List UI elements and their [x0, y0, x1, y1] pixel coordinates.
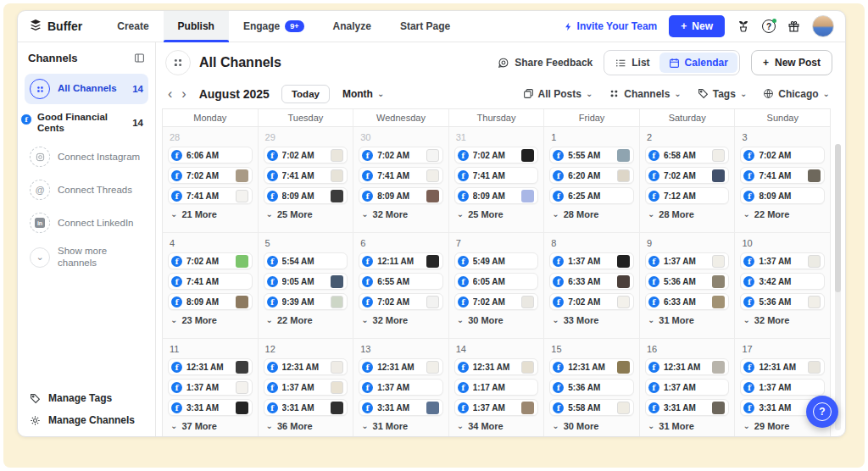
post-chip[interactable]: f 9:39 AM	[264, 293, 348, 310]
more-posts-link[interactable]: ⌄ 25 More	[457, 209, 539, 219]
post-chip[interactable]: f 8:09 AM	[359, 187, 443, 204]
sidebar-item-all-channels[interactable]: All Channels 14	[25, 74, 148, 104]
scrollbar-thumb[interactable]	[835, 144, 841, 292]
help-circle-icon[interactable]: ?	[762, 19, 776, 33]
day-cell-28[interactable]: 28 f 6:06 AM f 7:02 AM f 7:41 AM ⌄ 21 Mo…	[163, 127, 259, 232]
tab-create[interactable]: Create	[103, 11, 163, 42]
more-posts-link[interactable]: ⌄ 31 More	[648, 315, 730, 325]
post-chip[interactable]: f 12:11 AM	[359, 252, 443, 269]
prev-month-button[interactable]: ‹	[167, 87, 173, 101]
post-chip[interactable]: f 7:02 AM	[359, 147, 443, 163]
collapse-panel-icon[interactable]	[134, 53, 145, 64]
post-chip[interactable]: f 7:41 AM	[740, 167, 825, 184]
help-fab-button[interactable]: ?	[806, 396, 838, 428]
post-chip[interactable]: f 7:02 AM	[359, 293, 443, 310]
post-chip[interactable]: f 5:36 AM	[549, 379, 634, 396]
post-chip[interactable]: f 8:09 AM	[168, 293, 253, 310]
more-posts-link[interactable]: ⌄ 36 More	[266, 421, 348, 431]
more-posts-link[interactable]: ⌄ 30 More	[457, 315, 539, 325]
more-posts-link[interactable]: ⌄ 32 More	[361, 315, 443, 325]
more-posts-link[interactable]: ⌄ 31 More	[648, 421, 730, 431]
more-posts-link[interactable]: ⌄ 33 More	[552, 315, 634, 325]
day-cell-10[interactable]: 10 f 1:37 AM f 3:42 AM f 5:36 AM ⌄ 32 Mo…	[735, 233, 830, 338]
post-chip[interactable]: f 6:06 AM	[168, 147, 253, 163]
day-cell-3[interactable]: 3 f 7:02 AM f 7:41 AM f 8:09 AM ⌄ 22 Mor…	[735, 127, 830, 232]
post-chip[interactable]: f 3:31 AM	[645, 399, 730, 416]
post-chip[interactable]: f 12:31 AM	[645, 358, 730, 375]
post-chip[interactable]: f 12:31 AM	[740, 358, 825, 375]
day-cell-1[interactable]: 1 f 5:55 AM f 6:20 AM f 6:25 AM ⌄ 28 Mor…	[544, 127, 640, 232]
post-chip[interactable]: f 12:31 AM	[264, 358, 348, 375]
post-chip[interactable]: f 9:05 AM	[264, 273, 348, 290]
filter-tags[interactable]: Tags ⌄	[698, 88, 748, 100]
list-view-button[interactable]: List	[606, 53, 659, 73]
sidebar-item-good-financial-cents[interactable]: Good Financial Cents 14	[25, 107, 148, 139]
post-chip[interactable]: f 5:58 AM	[549, 399, 634, 416]
post-chip[interactable]: f 7:02 AM	[645, 167, 730, 184]
today-button[interactable]: Today	[281, 85, 330, 103]
more-posts-link[interactable]: ⌄ 22 More	[743, 209, 825, 219]
post-chip[interactable]: f 3:31 AM	[359, 399, 443, 416]
post-chip[interactable]: f 7:02 AM	[454, 293, 539, 310]
post-chip[interactable]: f 1:17 AM	[454, 379, 539, 396]
post-chip[interactable]: f 5:36 AM	[645, 273, 730, 290]
more-posts-link[interactable]: ⌄ 28 More	[648, 209, 730, 219]
calendar-scrollbar[interactable]	[835, 144, 841, 430]
filter-channels[interactable]: Channels ⌄	[609, 88, 681, 100]
tab-analyze[interactable]: Analyze	[319, 11, 386, 42]
more-posts-link[interactable]: ⌄ 30 More	[552, 421, 634, 431]
new-post-button[interactable]: + New Post	[751, 50, 832, 75]
invite-team-link[interactable]: Invite Your Team	[564, 20, 658, 32]
more-posts-link[interactable]: ⌄ 34 More	[457, 421, 539, 431]
post-chip[interactable]: f 7:41 AM	[359, 167, 443, 184]
tab-engage[interactable]: Engage 9+	[229, 11, 319, 42]
more-posts-link[interactable]: ⌄ 37 More	[170, 421, 253, 431]
day-cell-29[interactable]: 29 f 7:02 AM f 7:41 AM f 8:09 AM ⌄ 25 Mo…	[259, 127, 354, 232]
post-chip[interactable]: f 1:37 AM	[454, 399, 539, 416]
post-chip[interactable]: f 12:31 AM	[359, 358, 443, 375]
post-chip[interactable]: f 7:02 AM	[740, 147, 825, 163]
post-chip[interactable]: f 12:31 AM	[454, 358, 539, 375]
post-chip[interactable]: f 6:20 AM	[549, 167, 634, 184]
more-posts-link[interactable]: ⌄ 25 More	[266, 209, 348, 219]
post-chip[interactable]: f 6:05 AM	[454, 273, 539, 290]
post-chip[interactable]: f 1:37 AM	[359, 379, 443, 396]
post-chip[interactable]: f 12:31 AM	[549, 358, 634, 375]
post-chip[interactable]: f 3:31 AM	[264, 399, 348, 416]
post-chip[interactable]: f 7:12 AM	[645, 187, 730, 204]
day-cell-11[interactable]: 11 f 12:31 AM f 1:37 AM f 3:31 AM ⌄ 37 M…	[163, 339, 259, 436]
post-chip[interactable]: f 7:41 AM	[264, 167, 348, 184]
post-chip[interactable]: f 3:31 AM	[168, 399, 253, 416]
post-chip[interactable]: f 5:49 AM	[454, 252, 539, 269]
post-chip[interactable]: f 1:37 AM	[549, 252, 634, 269]
post-chip[interactable]: f 6:33 AM	[645, 293, 730, 310]
sidebar-item-show-more-channels[interactable]: ⌄ Show more channels	[25, 241, 148, 273]
calendar-view-button[interactable]: Calendar	[659, 53, 737, 73]
post-chip[interactable]: f 5:54 AM	[264, 252, 348, 269]
tab-start-page[interactable]: Start Page	[386, 11, 465, 42]
post-chip[interactable]: f 1:37 AM	[740, 252, 825, 269]
post-chip[interactable]: f 5:36 AM	[740, 293, 825, 310]
sprout-icon[interactable]	[737, 19, 750, 33]
share-feedback-button[interactable]: Share Feedback	[498, 57, 593, 69]
more-posts-link[interactable]: ⌄ 22 More	[266, 315, 348, 325]
post-chip[interactable]: f 8:09 AM	[740, 187, 825, 204]
post-chip[interactable]: f 7:02 AM	[168, 167, 253, 184]
post-chip[interactable]: f 7:41 AM	[454, 167, 539, 184]
post-chip[interactable]: f 6:33 AM	[549, 273, 634, 290]
day-cell-14[interactable]: 14 f 12:31 AM f 1:17 AM f 1:37 AM ⌄ 34 M…	[449, 339, 545, 436]
post-chip[interactable]: f 8:09 AM	[264, 187, 348, 204]
day-cell-9[interactable]: 9 f 1:37 AM f 5:36 AM f 6:33 AM ⌄ 31 Mor…	[640, 233, 736, 338]
day-cell-4[interactable]: 4 f 7:02 AM f 7:41 AM f 8:09 AM ⌄ 23 Mor…	[163, 233, 259, 338]
buffer-logo[interactable]: Buffer	[18, 11, 103, 42]
post-chip[interactable]: f 3:42 AM	[740, 273, 825, 290]
post-chip[interactable]: f 7:41 AM	[168, 187, 253, 204]
day-cell-5[interactable]: 5 f 5:54 AM f 9:05 AM f 9:39 AM ⌄ 22 Mor…	[259, 233, 354, 338]
gift-icon[interactable]	[787, 20, 800, 33]
filter-chicago[interactable]: Chicago ⌄	[763, 88, 830, 100]
post-chip[interactable]: f 7:02 AM	[454, 147, 539, 163]
post-chip[interactable]: f 1:37 AM	[264, 379, 348, 396]
next-month-button[interactable]: ›	[181, 87, 186, 101]
post-chip[interactable]: f 1:37 AM	[168, 379, 253, 396]
post-chip[interactable]: f 1:37 AM	[740, 379, 825, 396]
